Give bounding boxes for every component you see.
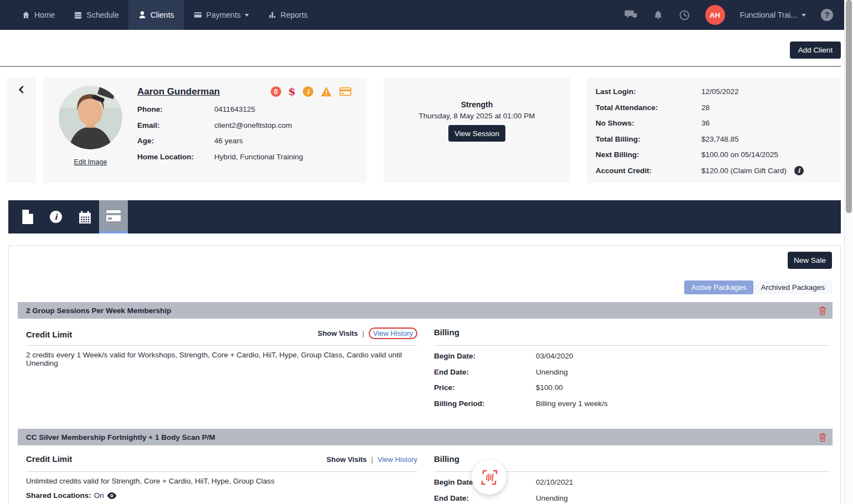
stat-label: Total Attendance: — [596, 102, 701, 113]
billing-row: Begin Date: 03/04/2020 — [434, 351, 608, 362]
client-name-link[interactable]: Aaron Gunderman — [137, 86, 220, 97]
payment-card-alert-icon[interactable] — [339, 86, 351, 97]
billing-heading: Billing — [434, 328, 459, 337]
billing-alert-icon[interactable]: $ — [288, 86, 296, 97]
view-session-button[interactable]: View Session — [448, 125, 505, 142]
session-title: Strength — [384, 100, 570, 109]
package-links: Show Visits | View History — [318, 328, 417, 339]
nav-item-home[interactable]: Home — [12, 0, 64, 30]
previous-client-button[interactable] — [7, 77, 36, 183]
chevron-left-icon — [17, 84, 26, 95]
divider — [26, 471, 417, 472]
client-alert-icons: 0 $ i — [271, 86, 351, 97]
stat-label: Total Billing: — [596, 133, 701, 145]
zero-credits-badge-icon[interactable]: 0 — [271, 86, 281, 97]
eye-icon[interactable] — [107, 492, 117, 500]
bar-chart-icon — [268, 11, 277, 19]
tab-packages[interactable] — [99, 200, 128, 233]
package-title: CC Silver Membership Fortnightly + 1 Bod… — [26, 433, 215, 441]
field-label: Phone: — [137, 104, 214, 116]
scrollbar-thumb[interactable] — [846, 0, 852, 213]
active-packages-toggle[interactable]: Active Packages — [684, 280, 754, 294]
view-history-link[interactable]: View History — [378, 455, 417, 464]
new-sale-button[interactable]: New Sale — [788, 252, 832, 269]
nav-item-clients[interactable]: Clients — [128, 0, 184, 30]
shared-locations-value: On — [94, 491, 104, 500]
stat-row: Next Billing: $100.00 on 05/14/2025 — [596, 149, 832, 160]
packages-panel: New Sale Active Packages Archived Packag… — [8, 245, 841, 504]
client-field-row: Age: 46 years — [137, 136, 303, 147]
warning-triangle-icon[interactable] — [320, 86, 332, 97]
credit-limit-heading: Credit Limit — [26, 454, 72, 464]
view-history-link[interactable]: View History — [373, 329, 413, 337]
avatar[interactable]: AH — [705, 5, 725, 25]
package-title: 2 Group Sessions Per Week Membership — [26, 306, 171, 315]
person-icon — [138, 11, 147, 19]
next-session-card: Strength Thursday, 8 May 2025 at 01:00 P… — [384, 77, 570, 183]
billing-label: End Date: — [434, 367, 536, 378]
nav-label: Schedule — [86, 11, 118, 19]
link-separator: | — [371, 455, 373, 464]
delete-package-icon[interactable] — [818, 433, 827, 442]
billing-row: Billing Period: Billing every 1 week/s — [434, 398, 608, 410]
credit-card-icon — [193, 11, 203, 19]
delete-package-icon[interactable] — [818, 306, 827, 315]
credit-limit-header-row: Credit Limit Show Visits | View History — [26, 454, 417, 464]
barcode-scan-button[interactable] — [472, 460, 506, 495]
billing-heading: Billing — [434, 454, 459, 464]
tab-schedule[interactable] — [70, 200, 99, 233]
package-filter-toggle: Active Packages Archived Packages — [684, 280, 832, 294]
nav-utilities: AH Functional Trai... ? — [624, 0, 845, 30]
divider — [0, 66, 841, 67]
chat-icon[interactable] — [624, 9, 638, 21]
divider — [26, 345, 417, 346]
scrollbar — [844, 0, 853, 504]
client-stats-card: Last Login: 12/05/2022 Total Attendance:… — [587, 77, 841, 183]
client-field-row: Home Location: Hybrid, Functional Traini… — [137, 152, 303, 163]
info-icon: i — [50, 211, 62, 223]
nav-item-payments[interactable]: Payments — [184, 0, 259, 30]
clock-icon[interactable] — [679, 9, 690, 21]
calendar-icon — [78, 210, 92, 224]
info-alert-icon[interactable]: i — [303, 86, 313, 97]
help-icon[interactable]: ? — [821, 9, 833, 21]
calendar-icon — [74, 11, 82, 19]
add-client-button[interactable]: Add Client — [790, 41, 841, 59]
nav-label: Home — [34, 11, 55, 19]
billing-value: Unending — [536, 493, 568, 504]
tab-documents[interactable] — [13, 200, 42, 233]
divider — [434, 345, 830, 346]
stat-row: Account Credit: $120.00 (Claim Gift Card… — [596, 165, 832, 176]
shared-locations-label: Shared Locations: — [26, 491, 91, 500]
client-profile-card: Edit Image Aaron Gunderman 0 $ i Phone: … — [43, 77, 367, 183]
edit-image-link[interactable]: Edit Image — [59, 158, 122, 166]
nav-item-schedule[interactable]: Schedule — [64, 0, 128, 30]
archived-packages-toggle[interactable]: Archived Packages — [753, 280, 832, 294]
account-credit-info-icon[interactable]: i — [794, 166, 804, 175]
stat-label: No Shows: — [596, 117, 701, 129]
field-label: Age: — [137, 136, 214, 147]
top-navbar: Home Schedule Clients Payments Report — [0, 0, 844, 30]
account-dropdown[interactable]: Functional Trai... — [740, 11, 807, 19]
show-visits-link[interactable]: Show Visits — [327, 455, 367, 464]
stat-row: Last Login: 12/05/2022 — [596, 86, 832, 97]
bell-icon[interactable] — [653, 9, 664, 21]
nav-label: Reports — [281, 11, 308, 19]
field-label: Email: — [137, 120, 214, 132]
package-header: CC Silver Membership Fortnightly + 1 Bod… — [18, 429, 833, 445]
billing-details: Begin Date: 03/04/2020 End Date: Unendin… — [434, 351, 608, 409]
billing-header-row: Billing — [434, 328, 830, 337]
tab-info[interactable]: i — [42, 200, 70, 233]
stat-value: $120.00 (Claim Gift Card) — [701, 165, 787, 176]
field-value: client2@onefitstop.com — [214, 120, 292, 132]
field-label: Home Location: — [137, 152, 214, 163]
credit-limit-heading: Credit Limit — [26, 330, 72, 339]
view-history-annotation: View History — [369, 328, 417, 339]
billing-row: End Date: Unending — [434, 493, 573, 504]
billing-label: Begin Date: — [434, 351, 536, 362]
billing-value: $100.00 — [536, 382, 563, 394]
nav-item-reports[interactable]: Reports — [259, 0, 317, 30]
stat-label: Account Credit: — [596, 165, 701, 176]
show-visits-link[interactable]: Show Visits — [318, 329, 358, 337]
stat-label: Last Login: — [596, 86, 701, 97]
